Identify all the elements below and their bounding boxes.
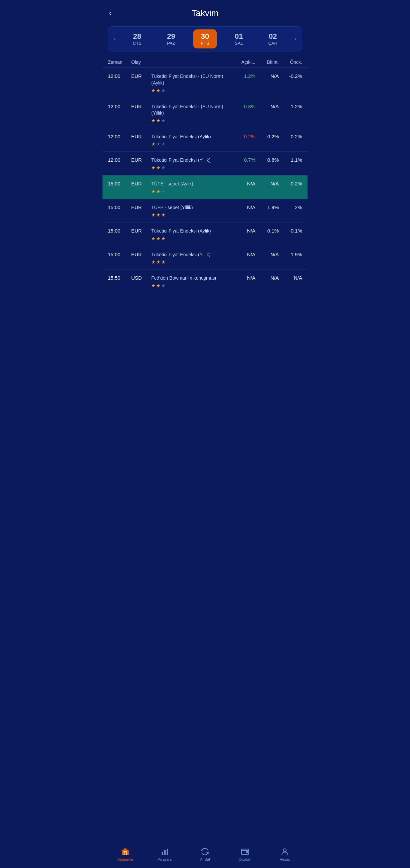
star-rating: ★★★ — [151, 141, 229, 147]
row-beklenti: N/A — [255, 180, 279, 186]
row-time: 12:00 — [108, 156, 131, 163]
date-item-cts[interactable]: 28 CTS — [126, 29, 149, 49]
date-item-pts[interactable]: 30 PTS — [193, 29, 217, 49]
row-time: 12:00 — [108, 133, 131, 139]
row-beklenti: N/A — [255, 251, 279, 257]
filled-star: ★ — [156, 118, 161, 123]
filled-star: ★ — [156, 88, 161, 93]
row-time: 15:00 — [108, 251, 131, 257]
row-onceki: 1.1% — [279, 156, 302, 163]
row-time: 12:00 — [108, 72, 131, 79]
row-event: Fed'den Bowman'ın konuşması ★★★ — [151, 274, 229, 288]
star-rating: ★★★ — [151, 212, 229, 217]
empty-star: ★ — [161, 189, 166, 194]
row-actual: N/A — [229, 251, 255, 257]
row-onceki: N/A — [279, 274, 302, 281]
row-currency: USD — [131, 274, 151, 281]
filled-star: ★ — [156, 212, 161, 217]
row-currency: EUR — [131, 72, 151, 79]
row-event: TÜFE - sepet (Yillik) ★★★ — [151, 204, 229, 218]
date-num: 02 — [269, 32, 277, 41]
row-event: Tüketici Fiyat Endeksi (Yillik) ★★★ — [151, 156, 229, 170]
date-num: 29 — [167, 32, 175, 41]
row-currency: EUR — [131, 180, 151, 186]
filled-star: ★ — [156, 189, 161, 194]
table-row[interactable]: 15:00 EUR Tüketici Fiyat Endeksi (Yillik… — [102, 246, 308, 270]
table-row[interactable]: 15:00 EUR TÜFE - sepet (Aylik) ★★★ N/A N… — [102, 176, 308, 199]
star-rating: ★★★ — [151, 283, 229, 288]
row-onceki: 1.2% — [279, 103, 302, 109]
row-event-name: TÜFE - sepet (Aylik) — [151, 181, 229, 187]
row-actual: 0.8% — [229, 103, 255, 109]
row-beklenti: -0.2% — [255, 133, 279, 139]
row-event-name: Tüketici Fiyat Endeksi (Yillik) — [151, 252, 229, 258]
table-row[interactable]: 12:00 EUR Tüketici Fiyat Endeksi - (EU N… — [102, 98, 308, 128]
row-event-name: Tüketici Fiyat Endeksi (Yillik) — [151, 157, 229, 164]
date-item-paz[interactable]: 29 PAZ — [159, 29, 183, 49]
row-actual: N/A — [229, 180, 255, 186]
row-event: Tüketici Fiyat Endeksi (Aylik) ★★★ — [151, 133, 229, 147]
row-actual: N/A — [229, 204, 255, 210]
row-beklenti: 0.1% — [255, 227, 279, 234]
table-row[interactable]: 12:00 EUR Tüketici Fiyat Endeksi - (EU N… — [102, 68, 308, 98]
date-num: 30 — [201, 32, 209, 41]
date-prev-button[interactable]: ‹ — [109, 35, 120, 42]
date-day: ÇAR — [268, 41, 277, 46]
star-rating: ★★★ — [151, 259, 229, 265]
row-currency: EUR — [131, 251, 151, 257]
row-time: 15:00 — [108, 227, 131, 234]
row-event: Tüketici Fiyat Endeksi (Yillik) ★★★ — [151, 251, 229, 265]
col-onck: Önck. — [279, 59, 302, 65]
row-currency: EUR — [131, 156, 151, 163]
star-rating: ★★★ — [151, 118, 229, 123]
col-bklnt: BkInt. — [255, 59, 279, 65]
row-time: 15:00 — [108, 180, 131, 186]
row-event-name: Tüketici Fiyat Endeksi (Aylik) — [151, 134, 229, 140]
filled-star: ★ — [151, 212, 156, 217]
date-item-sal[interactable]: 01 SAL — [227, 29, 251, 49]
table-row[interactable]: 15:50 USD Fed'den Bowman'ın konuşması ★★… — [102, 270, 308, 293]
empty-star: ★ — [161, 88, 166, 93]
date-item-çar[interactable]: 02 ÇAR — [261, 29, 284, 49]
star-rating: ★★★ — [151, 189, 229, 194]
row-actual: 1.2% — [229, 72, 255, 79]
empty-star: ★ — [161, 118, 166, 123]
table-row[interactable]: 12:00 EUR Tüketici Fiyat Endeksi (Yillik… — [102, 152, 308, 176]
date-day: PTS — [201, 41, 209, 46]
date-picker: ‹ 28 CTS29 PAZ30 PTS01 SAL02 ÇAR › — [108, 26, 302, 52]
row-onceki: -0.2% — [279, 180, 302, 186]
col-olay: Olay — [131, 59, 151, 65]
row-event-name: TÜFE - sepet (Yillik) — [151, 205, 229, 211]
table-row[interactable]: 15:00 EUR TÜFE - sepet (Yillik) ★★★ N/A … — [102, 199, 308, 223]
row-onceki: -0.1% — [279, 227, 302, 234]
row-actual: N/A — [229, 227, 255, 234]
header: ‹ Takvim — [102, 0, 308, 24]
row-beklenti: N/A — [255, 274, 279, 281]
table-row[interactable]: 12:00 EUR Tüketici Fiyat Endeksi (Aylik)… — [102, 128, 308, 152]
row-beklenti: 1.9% — [255, 204, 279, 210]
row-event-name: Tüketici Fiyat Endeksi - (EU Norm) (Yill… — [151, 103, 229, 117]
star-rating: ★★★ — [151, 236, 229, 241]
empty-star: ★ — [161, 165, 166, 170]
col-olay-spacer — [151, 59, 229, 65]
filled-star: ★ — [156, 165, 161, 170]
back-button[interactable]: ‹ — [109, 9, 111, 18]
date-day: CTS — [133, 41, 142, 46]
table-row[interactable]: 15:00 EUR Tüketici Fiyat Endeksi (Aylik)… — [102, 222, 308, 246]
row-event: Tüketici Fiyat Endeksi (Aylik) ★★★ — [151, 227, 229, 241]
row-onceki: 1.9% — [279, 251, 302, 257]
date-day: PAZ — [167, 41, 175, 46]
row-event: Tüketici Fiyat Endeksi - (EU Norm) (Yill… — [151, 103, 229, 123]
row-event: Tüketici Fiyat Endeksi - (EU Norm) (Ayli… — [151, 72, 229, 93]
date-num: 01 — [235, 32, 243, 41]
date-next-button[interactable]: › — [290, 35, 301, 42]
row-event-name: Tüketici Fiyat Endeksi - (EU Norm) (Ayli… — [151, 73, 229, 86]
filled-star: ★ — [156, 236, 161, 241]
filled-star: ★ — [156, 283, 161, 288]
row-beklenti: N/A — [255, 103, 279, 109]
date-num: 28 — [133, 32, 141, 41]
filled-star: ★ — [161, 236, 166, 241]
filled-star: ★ — [151, 236, 156, 241]
col-acikl: Açıkl... — [229, 59, 255, 65]
empty-star: ★ — [156, 141, 161, 147]
